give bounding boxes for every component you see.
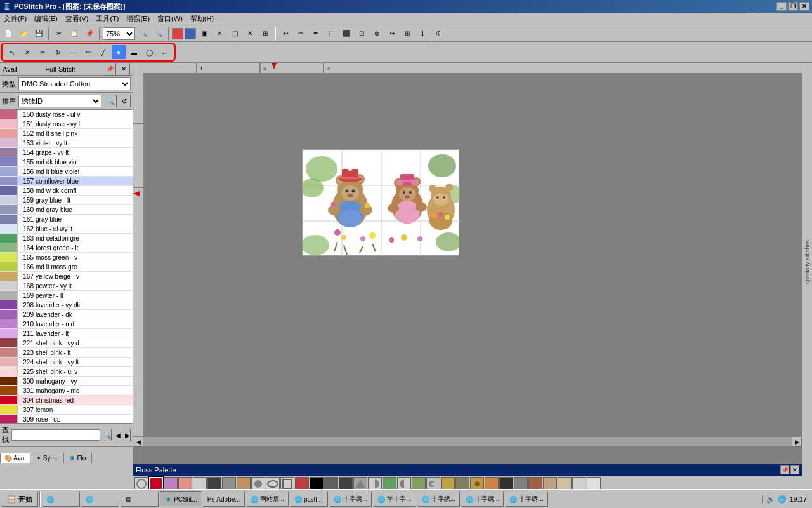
rotate-tool[interactable]: ↻ bbox=[51, 45, 65, 59]
tool6[interactable]: ✕ bbox=[243, 27, 257, 41]
fill-circle[interactable]: ◯ bbox=[142, 45, 156, 59]
color-list-item[interactable]: 209lavender - dk bbox=[0, 310, 133, 319]
color-list-item[interactable]: 307lemon bbox=[0, 405, 133, 415]
search-next-button[interactable]: ▶ bbox=[124, 429, 131, 441]
menu-window[interactable]: 窗口(W) bbox=[154, 13, 187, 25]
tool9[interactable]: ✏ bbox=[294, 27, 308, 41]
flip-tool[interactable]: ↔ bbox=[66, 45, 80, 59]
color-list-item[interactable]: 221shell pink - vy d bbox=[0, 338, 133, 348]
open-button[interactable]: 📂 bbox=[16, 27, 30, 41]
tool10[interactable]: ✒ bbox=[309, 27, 323, 41]
taskbar-cross5[interactable]: 🌐 十字绣... bbox=[505, 491, 547, 507]
sort-search-button[interactable]: 🔍 bbox=[104, 95, 117, 107]
color-list-item[interactable]: 210lavender - md bbox=[0, 319, 133, 329]
select-tool[interactable]: ↖ bbox=[5, 45, 19, 59]
close-button[interactable]: ✕ bbox=[799, 2, 809, 11]
color-list-item[interactable]: 156md lt blue violet bbox=[0, 167, 133, 177]
tool18[interactable]: 🖨 bbox=[431, 27, 445, 41]
color-list-item[interactable]: 157cornflower blue bbox=[0, 177, 133, 186]
menu-view[interactable]: 查看(V) bbox=[62, 13, 93, 25]
color-list-item[interactable]: 300mahogany - vy bbox=[0, 377, 133, 386]
color-list-item[interactable]: 225shell pink - ul v bbox=[0, 367, 133, 377]
search-input[interactable] bbox=[11, 429, 100, 441]
tool5[interactable]: ◫ bbox=[228, 27, 242, 41]
tool16[interactable]: ⊞ bbox=[400, 27, 414, 41]
color-list-item[interactable]: 160md gray blue bbox=[0, 205, 133, 215]
tool4[interactable]: ✕ bbox=[213, 27, 226, 41]
scroll-h-track[interactable] bbox=[143, 437, 792, 446]
color-list[interactable]: 150dusty rose - ul v151dusty rose - vy l… bbox=[0, 110, 133, 423]
search-prev-button[interactable]: ◀ bbox=[114, 429, 121, 441]
tool12[interactable]: ⬛ bbox=[339, 27, 353, 41]
color-list-item[interactable]: 158md w dk cornfl bbox=[0, 186, 133, 196]
panel-pin-button[interactable]: 📌 bbox=[103, 63, 116, 76]
copy-button[interactable]: 📋 bbox=[67, 27, 81, 41]
search-execute-button[interactable]: 🔍 bbox=[103, 429, 112, 441]
tool13[interactable]: ⊡ bbox=[355, 27, 369, 41]
color-list-item[interactable]: 159gray blue - lt bbox=[0, 196, 133, 205]
menu-edit[interactable]: 编辑(E) bbox=[30, 13, 62, 25]
tool15[interactable]: ↪ bbox=[385, 27, 399, 41]
taskbar-website2[interactable]: 🌐 pcstt... bbox=[290, 491, 328, 507]
color-list-item[interactable]: 163md celadon gre bbox=[0, 234, 133, 243]
color-list-item[interactable]: 208lavender - vy dk bbox=[0, 300, 133, 310]
panel-close-button[interactable]: ✕ bbox=[117, 63, 130, 76]
dots-tool[interactable]: ∴ bbox=[157, 45, 171, 59]
color-list-item[interactable]: 153violet - vy lt bbox=[0, 138, 133, 148]
color-list-item[interactable]: 168pewter - vy lt bbox=[0, 281, 133, 291]
taskbar-ie2[interactable]: 🌐 bbox=[81, 491, 119, 507]
color-list-item[interactable]: 150dusty rose - ul v bbox=[0, 110, 133, 119]
pencil-tool[interactable]: ✏ bbox=[81, 45, 95, 59]
color-button[interactable] bbox=[172, 28, 183, 39]
start-button[interactable]: 🪟 开始 bbox=[1, 491, 38, 507]
paste-button[interactable]: 📌 bbox=[82, 27, 96, 41]
color-list-item[interactable]: 161gray blue bbox=[0, 215, 133, 224]
scissors-tool[interactable]: ✂ bbox=[36, 45, 49, 59]
taskbar-cross3[interactable]: 🌐 十字绣... bbox=[417, 491, 460, 507]
color-list-item[interactable]: 304christmas red - bbox=[0, 396, 133, 405]
color-list-item[interactable]: 165moss green - v bbox=[0, 253, 133, 262]
floss-close-button[interactable]: ✕ bbox=[790, 465, 799, 474]
taskbar-cross2[interactable]: 🌐 学十字... bbox=[373, 491, 416, 507]
minimize-button[interactable]: _ bbox=[776, 2, 787, 11]
cut-button[interactable]: ✂ bbox=[52, 27, 66, 41]
taskbar-cross4[interactable]: 🌐 十字绣... bbox=[461, 491, 504, 507]
line-tool[interactable]: ╱ bbox=[96, 45, 110, 59]
color-list-item[interactable]: 152md lt shell pink bbox=[0, 129, 133, 138]
floss-pin-button[interactable]: 📌 bbox=[780, 465, 789, 474]
tool8[interactable]: ↩ bbox=[278, 27, 292, 41]
color-list-item[interactable]: 309rose - dp bbox=[0, 415, 133, 423]
tool14[interactable]: ⊗ bbox=[370, 27, 384, 41]
tab-symbol[interactable]: ✦ Sym. bbox=[32, 453, 62, 463]
color-list-item[interactable]: 223shell pink - lt bbox=[0, 348, 133, 358]
menu-file[interactable]: 文件(F) bbox=[0, 13, 30, 25]
scroll-left-button[interactable]: ◀ bbox=[133, 437, 143, 447]
taskbar-website1[interactable]: 🌐 网站后... bbox=[246, 491, 289, 507]
color-list-item[interactable]: 151dusty rose - vy l bbox=[0, 119, 133, 129]
tab-available[interactable]: 🎨 Ava. bbox=[0, 453, 30, 463]
fill-button[interactable] bbox=[185, 28, 196, 39]
color-list-item[interactable]: 166md lt moss gre bbox=[0, 262, 133, 272]
new-button[interactable]: 📄 bbox=[1, 27, 15, 41]
color-list-item[interactable]: 155md dk blue viol bbox=[0, 157, 133, 167]
color-list-item[interactable]: 164forest green - lt bbox=[0, 243, 133, 253]
color-list-item[interactable]: 154grape - vy lt bbox=[0, 148, 133, 157]
tool17[interactable]: ℹ bbox=[416, 27, 429, 41]
taskbar-cross1[interactable]: 🌐 十字绣... bbox=[329, 491, 372, 507]
color-list-item[interactable]: 169pewter - lt bbox=[0, 291, 133, 300]
save-button[interactable]: 💾 bbox=[32, 27, 46, 41]
taskbar-pcstitch[interactable]: 🧵 PCStit... bbox=[160, 491, 202, 507]
taskbar-ie1[interactable]: 🌐 bbox=[42, 491, 80, 507]
tool11[interactable]: ⬚ bbox=[324, 27, 338, 41]
tab-floss[interactable]: 🧵 Flo. bbox=[63, 453, 92, 463]
zoom-out-button[interactable]: 🔍 bbox=[152, 27, 166, 41]
grid-button[interactable]: ⊞ bbox=[258, 27, 272, 41]
canvas-area[interactable]: 1 2 3 bbox=[133, 63, 812, 463]
taskbar-ie3[interactable]: 🖥 bbox=[121, 491, 159, 507]
sort-select[interactable]: 绣线ID bbox=[18, 95, 102, 107]
menu-help[interactable]: 帮助(H) bbox=[187, 13, 218, 25]
close-tool[interactable]: ✕ bbox=[20, 45, 34, 59]
color-list-item[interactable]: 162blue - ul wy lt bbox=[0, 224, 133, 234]
color-list-item[interactable]: 301mahogany - md bbox=[0, 386, 133, 396]
zoom-select[interactable]: 50% 75% 100% 150% 200% bbox=[103, 27, 135, 40]
